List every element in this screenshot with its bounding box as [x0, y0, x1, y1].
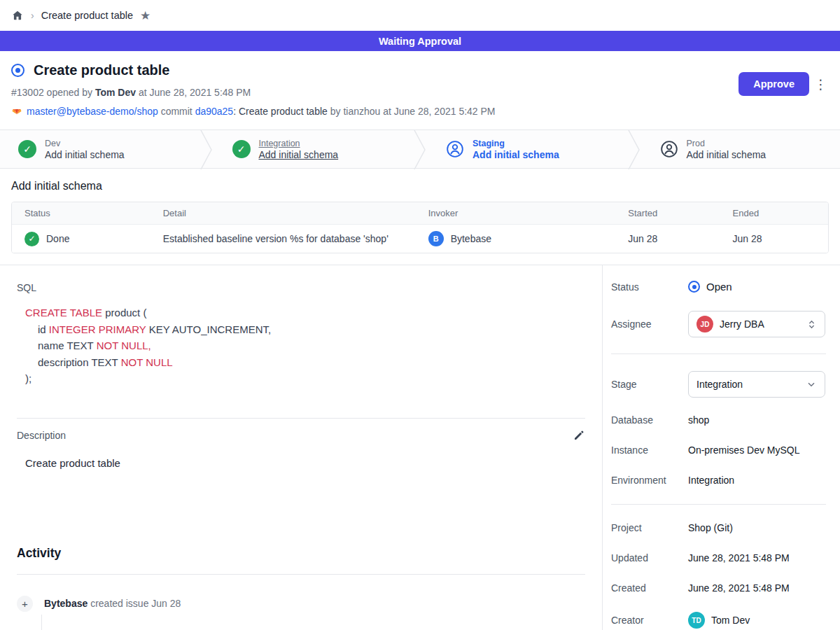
description-content[interactable]: Create product table — [17, 457, 585, 469]
issue-open-icon — [11, 64, 24, 77]
chevron-down-icon — [806, 379, 817, 390]
sidebar-row-created: Created June 28, 2021 5:48 PM — [611, 582, 826, 594]
issue-header: Create product table #13002 opened by To… — [0, 51, 840, 130]
status-open-icon — [688, 281, 700, 293]
invoker-avatar: B — [428, 231, 444, 246]
activity-create-icon: + — [17, 596, 33, 612]
table-row[interactable]: ✓ Done Established baseline version %s f… — [12, 224, 828, 253]
database-value[interactable]: shop — [688, 414, 709, 426]
breadcrumb-current: Create product table — [41, 10, 133, 21]
stage-done-icon: ✓ — [18, 140, 36, 158]
issue-opened-at: at June 28, 2021 5:48 PM — [139, 87, 251, 98]
stage-separator-icon — [626, 130, 642, 169]
more-actions-icon[interactable]: ⋮ — [814, 78, 827, 91]
issue-meta: #13002 opened by Tom Dev at June 28, 202… — [11, 87, 829, 98]
sql-label: SQL — [17, 282, 585, 293]
star-icon[interactable]: ★ — [140, 8, 150, 23]
stage-separator-icon — [199, 130, 214, 169]
task-started: Jun 28 — [628, 233, 732, 244]
stage-pending-assignee-icon — [660, 140, 678, 158]
stage-value: Integration — [696, 379, 799, 390]
commit-message: Create product table — [239, 106, 330, 117]
task-table-header: Status Detail Invoker Started Ended — [12, 202, 828, 224]
task-section: Add initial schema Status Detail Invoker… — [0, 169, 840, 265]
activity-divider — [17, 574, 585, 575]
issue-sidebar: Status Open Assignee JD Jerry DBA Stage … — [602, 265, 840, 630]
sidebar-row-stage: Stage Integration — [611, 371, 826, 398]
commit-author-time: by tianzhou at June 28, 2021 5:42 PM — [330, 106, 496, 117]
list-item: + Bytebase created issue Jun 28 — [17, 596, 585, 612]
sidebar-row-project: Project Shop (Git) — [611, 522, 826, 533]
page-title: Create product table — [34, 62, 169, 78]
breadcrumb-chevron-icon: › — [31, 10, 34, 21]
activity-actor: Bytebase — [44, 598, 88, 609]
sidebar-row-instance: Instance On-premises Dev MySQL — [611, 444, 826, 456]
updated-value: June 28, 2021 5:48 PM — [688, 552, 790, 564]
activity-title: Activity — [17, 546, 585, 561]
status-banner: Waiting Approval — [0, 31, 840, 51]
instance-value[interactable]: On-premises Dev MySQL — [688, 444, 799, 456]
creator-name: Tom Dev — [711, 615, 750, 626]
activity-action: created issue Jun 28 — [90, 598, 181, 609]
sidebar-row-status: Status Open — [611, 281, 826, 293]
sidebar-row-assignee: Assignee JD Jerry DBA — [611, 311, 826, 337]
stage-integration[interactable]: ✓ Integration Add initial schema — [214, 130, 413, 168]
environment-value[interactable]: Integration — [688, 475, 734, 486]
sql-code-block[interactable]: CREATE TABLE product ( id INTEGER PRIMAR… — [25, 304, 585, 387]
created-value: June 28, 2021 5:48 PM — [688, 582, 790, 594]
task-done-icon: ✓ — [24, 232, 39, 246]
home-icon[interactable] — [11, 9, 24, 22]
issue-id: #13002 — [11, 87, 44, 98]
stage-pending-assignee-icon — [446, 140, 464, 158]
stage-separator-icon — [412, 130, 428, 169]
task-detail: Established baseline version %s for data… — [163, 233, 428, 244]
stage-staging[interactable]: Staging Add initial schema — [428, 130, 626, 168]
issue-author: Tom Dev — [95, 87, 136, 98]
task-section-title: Add initial schema — [11, 180, 829, 192]
sidebar-row-creator: Creator TD Tom Dev — [611, 612, 826, 629]
edit-description-icon[interactable] — [573, 429, 585, 442]
task-status: Done — [46, 233, 69, 244]
task-ended: Jun 28 — [733, 233, 828, 244]
description-section: Description Create product table — [17, 418, 585, 469]
vcs-commit-link[interactable]: da90a25 — [195, 106, 234, 117]
activity-section: Activity + Bytebase created issue Jun 28 — [17, 546, 585, 630]
task-table: Status Detail Invoker Started Ended ✓ Do… — [11, 202, 829, 253]
vcs-branch-link[interactable]: master@bytebase-demo/shop — [27, 106, 158, 117]
sidebar-row-updated: Updated June 28, 2021 5:48 PM — [611, 552, 826, 564]
creator-avatar: TD — [688, 612, 705, 629]
sidebar-row-environment: Environment Integration — [611, 474, 826, 486]
assignee-avatar: JD — [696, 316, 713, 332]
vcs-commit-line: master@bytebase-demo/shop commit da90a25… — [11, 104, 829, 118]
sidebar-divider — [611, 354, 826, 354]
updown-chevron-icon — [806, 319, 817, 330]
project-value[interactable]: Shop (Git) — [688, 522, 733, 533]
pipeline-stage-bar: ✓ Dev Add initial schema ✓ Integration A… — [0, 130, 840, 169]
breadcrumb: › Create product table ★ — [0, 0, 840, 31]
status-value: Open — [706, 281, 732, 293]
banner-text: Waiting Approval — [379, 36, 461, 47]
stage-dev[interactable]: ✓ Dev Add initial schema — [0, 130, 199, 168]
sidebar-row-database: Database shop — [611, 414, 826, 426]
approve-button[interactable]: Approve — [738, 72, 809, 96]
invoker-name: Bytebase — [451, 233, 491, 244]
stage-done-icon: ✓ — [232, 140, 251, 158]
gitlab-icon — [11, 104, 22, 118]
stage-prod[interactable]: Prod Add initial schema — [642, 130, 840, 168]
sidebar-divider — [611, 504, 826, 505]
timeline-connector — [41, 615, 585, 630]
issue-detail-panel: SQL CREATE TABLE product ( id INTEGER PR… — [0, 265, 602, 630]
description-label: Description — [17, 430, 66, 441]
assignee-select[interactable]: JD Jerry DBA — [688, 311, 825, 337]
stage-select[interactable]: Integration — [688, 371, 825, 398]
assignee-name: Jerry DBA — [720, 318, 800, 330]
